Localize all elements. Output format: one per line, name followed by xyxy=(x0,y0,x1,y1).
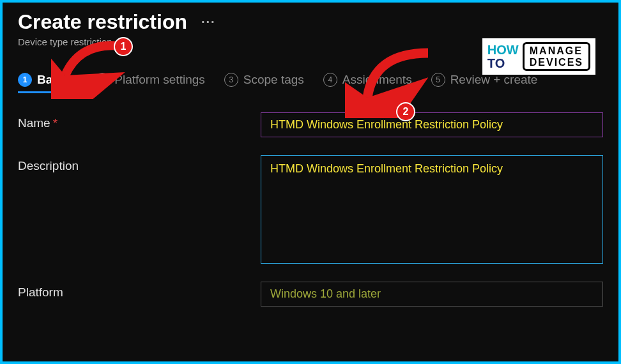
description-label: Description xyxy=(18,155,261,173)
tab-assignments[interactable]: 4 Assignments xyxy=(323,73,412,92)
tab-label: Basics xyxy=(37,73,76,87)
platform-label: Platform xyxy=(18,282,261,300)
description-input[interactable]: HTMD Windows Enrollment Restriction Poli… xyxy=(261,155,603,264)
step-number: 1 xyxy=(18,73,32,87)
tab-label: Platform settings xyxy=(114,73,205,87)
step-number: 3 xyxy=(224,73,238,87)
required-indicator: * xyxy=(53,116,57,130)
tab-label: Assignments xyxy=(342,73,412,87)
tab-review-create[interactable]: 5 Review + create xyxy=(431,73,538,92)
htmd-logo: HOW TO MANAGE DEVICES xyxy=(482,38,595,75)
tab-scope-tags[interactable]: 3 Scope tags xyxy=(224,73,304,92)
step-number: 4 xyxy=(323,73,337,87)
tab-basics[interactable]: 1 Basics xyxy=(18,73,76,92)
wizard-tabs: 1 Basics 2 Platform settings 3 Scope tag… xyxy=(18,73,603,92)
tab-label: Scope tags xyxy=(243,73,304,87)
name-input[interactable] xyxy=(261,112,603,137)
platform-value: Windows 10 and later xyxy=(261,282,603,307)
page-title: Create restriction xyxy=(18,10,187,34)
more-button[interactable]: ··· xyxy=(197,15,220,29)
name-label: Name* xyxy=(18,112,261,130)
tab-label: Review + create xyxy=(450,73,538,87)
step-number: 5 xyxy=(431,73,445,87)
step-number: 2 xyxy=(95,73,109,87)
tab-platform-settings[interactable]: 2 Platform settings xyxy=(95,73,205,92)
